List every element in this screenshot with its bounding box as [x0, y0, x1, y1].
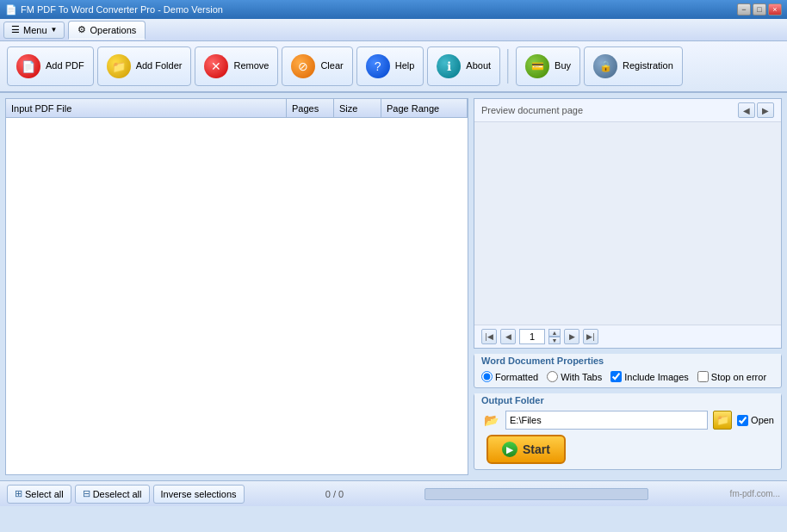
prev-page-button[interactable]: ◀	[500, 329, 516, 344]
preview-prev-button[interactable]: ◀	[738, 102, 755, 118]
menu-bar: ☰ Menu ▼ ⚙ Operations	[0, 19, 787, 41]
word-properties-content: Formatted With Tabs Include Images Stop …	[474, 368, 781, 387]
left-panel: Input PDF File Pages Size Page Range	[0, 93, 474, 480]
formatted-option[interactable]: Formatted	[481, 371, 538, 382]
output-folder-path-input[interactable]	[505, 411, 708, 430]
preview-nav: ◀ ▶	[738, 102, 774, 118]
title-bar-text: 📄 FM PDF To Word Converter Pro - Demo Ve…	[5, 4, 223, 15]
deselect-all-icon: ⊟	[83, 488, 90, 499]
preview-area: Preview document page ◀ ▶ |◀ ◀ ▲ ▼ ▶ ▶|	[474, 98, 782, 349]
toolbar: 📄 Add PDF 📁 Add Folder ✕ Remove ⊘ Clear …	[0, 41, 787, 93]
bottom-left: ⊞ Select all ⊟ Deselect all Inverse sele…	[7, 485, 245, 504]
add-pdf-button[interactable]: 📄 Add PDF	[7, 46, 94, 86]
registration-label: Registration	[623, 60, 673, 71]
help-icon: ?	[366, 54, 390, 78]
formatted-label: Formatted	[495, 372, 538, 382]
registration-icon: 🔒	[593, 54, 617, 78]
with-tabs-option[interactable]: With Tabs	[547, 371, 602, 382]
main-content: Input PDF File Pages Size Page Range Pre…	[0, 93, 787, 480]
start-label: Start	[523, 442, 550, 456]
add-folder-icon: 📁	[107, 54, 131, 78]
clear-label: Clear	[320, 60, 343, 71]
select-all-icon: ⊞	[15, 488, 22, 499]
with-tabs-radio[interactable]	[547, 371, 558, 382]
start-play-icon: ▶	[502, 442, 517, 457]
remove-button[interactable]: ✕ Remove	[195, 46, 278, 86]
page-down-button[interactable]: ▼	[548, 337, 561, 344]
add-pdf-label: Add PDF	[46, 60, 84, 71]
menu-label: Menu	[23, 25, 47, 35]
deselect-all-button[interactable]: ⊟ Deselect all	[75, 485, 150, 504]
open-folder-checkbox[interactable]	[737, 415, 748, 426]
maximize-button[interactable]: □	[753, 3, 766, 15]
buy-label: Buy	[555, 60, 571, 71]
minimize-button[interactable]: −	[737, 3, 751, 15]
menu-icon: ☰	[11, 24, 20, 35]
inverse-label: Inverse selections	[161, 489, 237, 499]
include-images-option[interactable]: Include Images	[610, 371, 689, 382]
start-button[interactable]: ▶ Start	[486, 435, 566, 464]
include-images-checkbox[interactable]	[610, 371, 622, 382]
clear-icon: ⊘	[291, 54, 315, 78]
stop-on-error-checkbox[interactable]	[697, 371, 709, 382]
registration-button[interactable]: 🔒 Registration	[584, 46, 683, 86]
add-folder-button[interactable]: 📁 Add Folder	[97, 46, 192, 86]
file-table-body[interactable]	[6, 118, 468, 419]
select-all-label: Select all	[25, 489, 64, 499]
stop-on-error-label: Stop on error	[711, 372, 766, 382]
open-folder-label: Open	[751, 415, 774, 425]
browse-folder-button[interactable]: 📁	[713, 411, 732, 430]
close-button[interactable]: ×	[768, 3, 782, 15]
page-spinner: ▲ ▼	[548, 329, 561, 344]
preview-canvas	[474, 122, 781, 325]
col-header-pages: Pages	[287, 99, 334, 117]
preview-header: Preview document page ◀ ▶	[474, 99, 781, 122]
include-images-label: Include Images	[624, 372, 689, 382]
first-page-button[interactable]: |◀	[481, 329, 497, 344]
bottom-bar: ⊞ Select all ⊟ Deselect all Inverse sele…	[0, 480, 787, 506]
open-folder-option[interactable]: Open	[737, 415, 774, 426]
file-table-header: Input PDF File Pages Size Page Range	[6, 99, 468, 118]
remove-icon: ✕	[204, 54, 228, 78]
add-pdf-icon: 📄	[16, 54, 40, 78]
output-folder-icon-button[interactable]: 📂	[481, 411, 500, 430]
clear-button[interactable]: ⊘ Clear	[282, 46, 352, 86]
menu-arrow-icon: ▼	[51, 26, 58, 34]
next-page-button[interactable]: ▶	[564, 329, 579, 344]
help-button[interactable]: ? Help	[356, 46, 424, 86]
operations-tab-icon: ⚙	[77, 24, 86, 35]
col-header-size: Size	[334, 99, 381, 117]
title-bar-controls: − □ ×	[737, 3, 782, 15]
formatted-radio[interactable]	[481, 371, 493, 382]
operations-tab[interactable]: ⚙ Operations	[68, 21, 146, 40]
select-all-button[interactable]: ⊞ Select all	[7, 485, 71, 504]
operations-tab-label: Operations	[90, 25, 136, 35]
page-up-button[interactable]: ▲	[548, 329, 561, 337]
about-button[interactable]: ℹ About	[427, 46, 500, 86]
title-bar: 📄 FM PDF To Word Converter Pro - Demo Ve…	[0, 0, 787, 19]
app-icon: 📄	[5, 4, 17, 15]
preview-next-button[interactable]: ▶	[757, 102, 774, 118]
page-number-input[interactable]	[519, 329, 545, 344]
deselect-all-label: Deselect all	[93, 489, 142, 499]
menu-button[interactable]: ☰ Menu ▼	[3, 22, 65, 39]
last-page-button[interactable]: ▶|	[583, 329, 598, 344]
about-icon: ℹ	[437, 54, 461, 78]
word-properties-box: Word Document Properties Formatted With …	[474, 354, 782, 388]
file-table: Input PDF File Pages Size Page Range	[5, 98, 468, 475]
file-count: 0 / 0	[325, 489, 344, 499]
properties-area: Word Document Properties Formatted With …	[474, 354, 782, 475]
inverse-selections-button[interactable]: Inverse selections	[153, 485, 245, 504]
help-label: Help	[395, 60, 415, 71]
word-properties-title: Word Document Properties	[474, 354, 781, 368]
stop-on-error-option[interactable]: Stop on error	[697, 371, 766, 382]
add-folder-label: Add Folder	[136, 60, 183, 71]
output-folder-content: 📂 📁 Open ▶ Start	[474, 407, 781, 469]
app-title: FM PDF To Word Converter Pro - Demo Vers…	[21, 4, 223, 15]
preview-footer: |◀ ◀ ▲ ▼ ▶ ▶|	[474, 325, 781, 348]
remove-label: Remove	[233, 60, 269, 71]
col-header-filename: Input PDF File	[6, 99, 287, 117]
progress-bar	[424, 488, 648, 500]
buy-button[interactable]: 💳 Buy	[516, 46, 580, 86]
toolbar-separator	[507, 49, 509, 84]
